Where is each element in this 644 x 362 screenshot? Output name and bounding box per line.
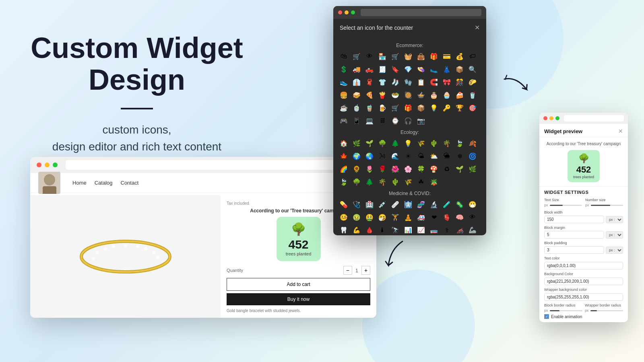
nav-link-home[interactable]: Home: [72, 180, 87, 186]
icon-cell[interactable]: 📦: [415, 102, 427, 113]
ip-dot-green[interactable]: [351, 10, 355, 14]
icon-cell[interactable]: 🥘: [402, 89, 414, 101]
browser-dot-green[interactable]: [53, 162, 58, 167]
icon-cell[interactable]: ⌚: [390, 115, 401, 126]
icon-cell[interactable]: ❄: [454, 150, 465, 162]
icon-cell[interactable]: 🌴: [441, 138, 452, 149]
qty-increase-button[interactable]: +: [361, 266, 370, 275]
icon-cell[interactable]: 🌀: [467, 150, 478, 162]
icon-cell[interactable]: 🍔: [338, 89, 349, 101]
icon-cell[interactable]: 📈: [415, 224, 427, 233]
icon-cell[interactable]: 🔖: [390, 64, 401, 75]
icon-cell[interactable]: 🥗: [390, 89, 401, 101]
icon-cell[interactable]: 🛻: [364, 64, 375, 75]
icon-cell[interactable]: 🌳: [377, 138, 388, 149]
icon-cell[interactable]: 🌊: [390, 150, 401, 162]
icon-cell[interactable]: 🌻: [351, 163, 362, 175]
icon-cell[interactable]: 🌮: [467, 76, 478, 88]
icon-cell[interactable]: 👁: [364, 51, 375, 62]
icon-cell[interactable]: 😷: [467, 199, 478, 210]
icon-cell[interactable]: 🌦: [441, 150, 452, 162]
icon-cell[interactable]: 🌹: [377, 163, 388, 175]
icon-cell[interactable]: 🧋: [364, 102, 375, 113]
browser-dot-red[interactable]: [37, 162, 41, 167]
icon-cell[interactable]: 🌬: [377, 150, 388, 162]
icon-cell[interactable]: 🌈: [338, 163, 349, 175]
icon-cell[interactable]: 👗: [441, 64, 452, 75]
icon-cell[interactable]: 🌡: [377, 224, 388, 233]
icon-cell[interactable]: 🍄: [428, 163, 440, 175]
icon-cell[interactable]: 🎀: [441, 76, 452, 88]
ws-dot-green[interactable]: [555, 116, 559, 120]
ws-block-padding-input[interactable]: [544, 246, 604, 254]
icon-cell[interactable]: 💊: [338, 199, 349, 210]
icon-cell[interactable]: 🌿: [351, 138, 362, 149]
icon-cell[interactable]: ☘: [415, 176, 427, 187]
icon-cell[interactable]: 🧁: [441, 89, 452, 101]
icon-cell[interactable]: 🔭: [390, 224, 401, 233]
icon-cell[interactable]: 🍕: [364, 89, 375, 101]
icon-cell[interactable]: 🤮: [364, 212, 375, 223]
icon-cell[interactable]: 🔑: [441, 102, 452, 113]
icon-cell[interactable]: 🦠: [454, 199, 465, 210]
icon-cell[interactable]: 🍵: [351, 102, 362, 113]
icon-cell[interactable]: 🦾: [467, 224, 478, 233]
icon-cell[interactable]: 🌾: [415, 138, 427, 149]
icon-cell[interactable]: 💡: [402, 138, 414, 149]
icon-cell[interactable]: 🫀: [441, 212, 452, 223]
icon-cell[interactable]: 🦽: [454, 224, 465, 233]
icon-cell[interactable]: 💉: [377, 199, 388, 210]
icon-cell[interactable]: ☕: [338, 102, 349, 113]
icon-cell[interactable]: 👔: [351, 76, 362, 88]
ws-block-border-radius-slider[interactable]: [550, 310, 582, 311]
icon-cell[interactable]: 🤒: [338, 212, 349, 223]
icon-cell[interactable]: 🌿: [467, 163, 478, 175]
icon-cell[interactable]: 🛒: [351, 51, 362, 62]
icon-cell[interactable]: 🥪: [351, 89, 362, 101]
icon-cell[interactable]: 🌱: [364, 138, 375, 149]
ws-wrapper-border-radius-slider[interactable]: [590, 310, 623, 311]
ws-text-color-input[interactable]: [544, 262, 623, 269]
widget-preview-close-button[interactable]: ✕: [618, 128, 623, 134]
ws-enable-animation-checkbox[interactable]: ✓: [544, 314, 549, 319]
icon-cell[interactable]: 🛒: [390, 51, 401, 62]
icon-cell[interactable]: 🌵: [428, 138, 440, 149]
icon-cell[interactable]: 🛍: [338, 51, 349, 62]
icon-cell[interactable]: 🏷: [467, 51, 478, 62]
icon-cell[interactable]: 🎊: [454, 76, 465, 88]
icon-cell[interactable]: 🩺: [351, 199, 362, 210]
ws-block-margin-input[interactable]: [544, 231, 604, 239]
icon-cell[interactable]: 🧦: [390, 76, 401, 88]
icon-cell[interactable]: 🤢: [351, 212, 362, 223]
icon-cell[interactable]: 🌺: [390, 163, 401, 175]
ws-block-width-input[interactable]: [544, 216, 604, 223]
icon-cell[interactable]: 🧾: [377, 64, 388, 75]
ws-url-bar[interactable]: [564, 115, 624, 121]
icon-cell[interactable]: ⛅: [428, 150, 440, 162]
ws-dot-red[interactable]: [543, 116, 547, 120]
icon-cell[interactable]: 🎧: [402, 115, 414, 126]
icon-cell[interactable]: 💻: [364, 115, 375, 126]
ws-number-size-slider[interactable]: [591, 205, 623, 206]
buy-now-button[interactable]: Buy it now: [227, 293, 370, 305]
icon-cell[interactable]: 🧬: [415, 199, 427, 210]
browser-dot-yellow[interactable]: [45, 162, 50, 167]
icon-cell[interactable]: 💲: [338, 64, 349, 75]
icon-cell[interactable]: 🍀: [415, 163, 427, 175]
icon-cell[interactable]: 💎: [402, 64, 414, 75]
icon-cell[interactable]: ❤: [428, 212, 440, 223]
icon-cell[interactable]: 🍺: [377, 102, 388, 113]
icon-cell[interactable]: 📋: [415, 76, 427, 88]
icon-cell[interactable]: 🧪: [441, 199, 452, 210]
icon-cell[interactable]: 🤧: [377, 212, 388, 223]
icon-cell[interactable]: 🩻: [402, 199, 414, 210]
icon-cell[interactable]: 🧺: [402, 51, 414, 62]
icon-cell[interactable]: 🌴: [377, 176, 388, 187]
ws-block-width-unit[interactable]: px :: [606, 216, 623, 223]
icon-cell[interactable]: 🥿: [428, 64, 440, 75]
icon-cell[interactable]: 💪: [351, 224, 362, 233]
icon-cell[interactable]: 💳: [441, 51, 452, 62]
icon-cell[interactable]: 🧤: [402, 76, 414, 88]
icon-picker-close-button[interactable]: ✕: [475, 24, 480, 31]
icon-cell[interactable]: 🔬: [428, 199, 440, 210]
